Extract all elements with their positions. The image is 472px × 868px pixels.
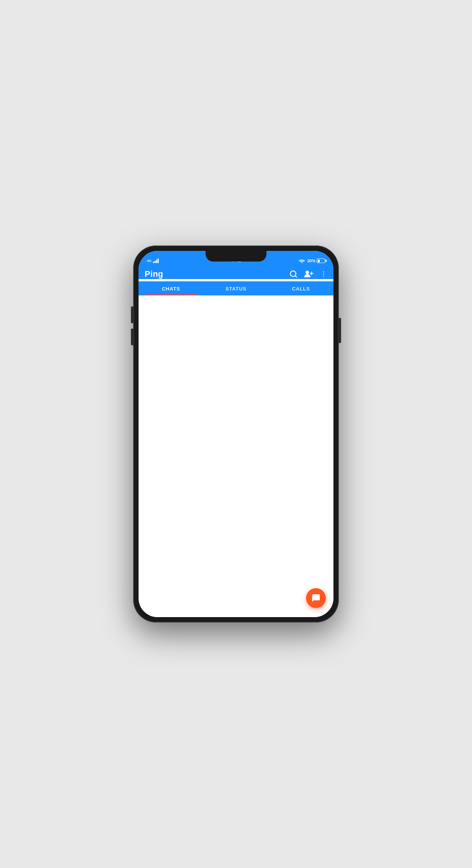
status-left: 4G (147, 258, 159, 263)
app-title: Ping (145, 269, 163, 279)
wifi-icon (299, 258, 305, 263)
more-options-button[interactable] (320, 270, 327, 278)
status-right: 30% (299, 258, 325, 263)
tabs-bar: CHATS STATUS CALLS (139, 281, 333, 295)
svg-line-2 (295, 276, 297, 277)
tab-calls[interactable]: CALLS (268, 281, 333, 295)
signal-icon (153, 258, 159, 263)
tab-chats[interactable]: CHATS (139, 281, 204, 295)
content-area (139, 295, 333, 617)
new-chat-fab[interactable] (306, 588, 326, 608)
svg-point-3 (323, 271, 324, 273)
battery-fill (318, 260, 320, 262)
svg-point-0 (301, 262, 303, 263)
app-header: Ping (139, 265, 333, 279)
power-button[interactable] (339, 318, 341, 343)
svg-point-4 (323, 274, 324, 275)
add-contact-button[interactable] (304, 270, 314, 278)
tab-status[interactable]: STATUS (204, 281, 269, 295)
phone-notch (206, 251, 266, 262)
battery-icon (317, 258, 325, 263)
header-actions (289, 270, 327, 278)
network-type: 4G (147, 259, 151, 263)
phone-screen: 4G 7:41 30% (139, 251, 333, 617)
phone-frame: 4G 7:41 30% (133, 246, 339, 622)
search-button[interactable] (289, 270, 298, 278)
volume-up-button[interactable] (131, 306, 133, 323)
volume-down-button[interactable] (131, 329, 133, 345)
battery-percent: 30% (307, 258, 316, 263)
svg-point-5 (323, 276, 324, 277)
battery-indicator: 30% (307, 258, 325, 263)
